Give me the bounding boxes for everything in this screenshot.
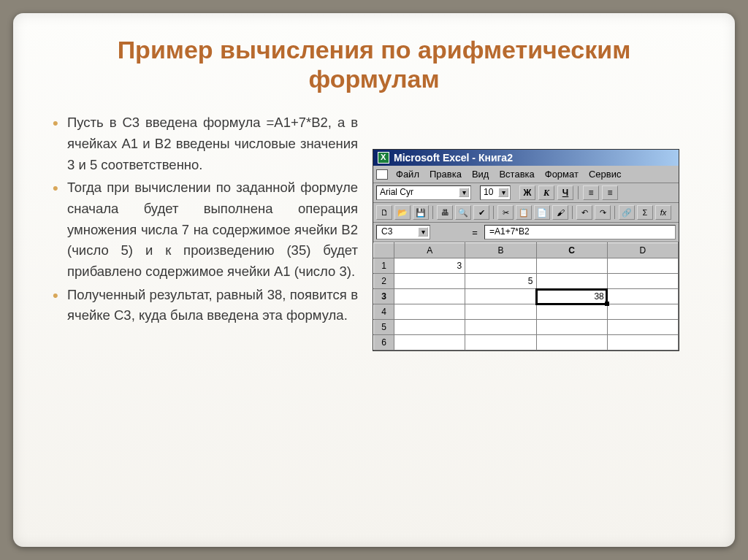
spreadsheet-grid[interactable]: A B C D 1 3 2 — [373, 242, 679, 350]
copy-button[interactable]: 📋 — [516, 205, 532, 220]
cell-C6[interactable] — [536, 335, 607, 350]
cell-D4[interactable] — [607, 304, 678, 320]
cell-B1[interactable] — [465, 258, 536, 274]
image-column: Microsoft Excel - Книга2 Файл Правка Вид… — [373, 112, 697, 351]
separator — [572, 206, 573, 219]
save-button[interactable]: 💾 — [413, 205, 429, 220]
cell-C3[interactable]: 38 — [536, 289, 607, 304]
separator — [493, 206, 494, 219]
col-header-C[interactable]: C — [536, 243, 607, 258]
row-header-5[interactable]: 5 — [374, 320, 394, 335]
cell-C1[interactable] — [536, 258, 607, 274]
undo-button[interactable]: ↶ — [576, 205, 592, 220]
slide-title: Пример вычисления по арифметическим форм… — [51, 35, 697, 93]
cell-D5[interactable] — [607, 320, 678, 335]
content-area: Пусть в C3 введена формула =A1+7*B2, а в… — [51, 112, 697, 351]
cell-B4[interactable] — [465, 304, 536, 320]
underline-button[interactable]: Ч — [557, 185, 573, 200]
menu-view[interactable]: Вид — [468, 168, 493, 180]
cell-D3[interactable] — [607, 289, 678, 304]
italic-button[interactable]: К — [538, 185, 554, 200]
row-header-2[interactable]: 2 — [374, 274, 394, 289]
menu-file[interactable]: Файл — [392, 168, 423, 180]
cell-D2[interactable] — [607, 274, 678, 289]
select-all-corner[interactable] — [374, 243, 394, 258]
cell-B2[interactable]: 5 — [465, 274, 536, 289]
redo-button[interactable]: ↷ — [595, 205, 611, 220]
bullet-item: Пусть в C3 введена формула =A1+7*B2, а в… — [51, 112, 358, 175]
cut-button[interactable]: ✂ — [497, 205, 514, 220]
excel-icon — [378, 152, 389, 164]
bullet-list: Пусть в C3 введена формула =A1+7*B2, а в… — [51, 112, 358, 326]
formula-input[interactable]: =A1+7*B2 — [484, 225, 676, 239]
row-header-3[interactable]: 3 — [374, 289, 394, 304]
excel-standard-toolbar: 🗋 📂 💾 🖶 🔍 ✔ ✂ 📋 📄 🖌 ↶ ↷ 🔗 — [373, 203, 679, 223]
cell-B3[interactable] — [465, 289, 536, 304]
menu-format[interactable]: Формат — [541, 168, 582, 180]
slide: Пример вычисления по арифметическим форм… — [13, 13, 735, 547]
col-header-A[interactable]: A — [394, 243, 465, 258]
bullet-item: Полученный результат, равный 38, появитс… — [51, 285, 358, 326]
cell-D6[interactable] — [607, 335, 678, 350]
separator — [432, 206, 433, 219]
separator — [578, 186, 579, 199]
function-button[interactable]: fx — [655, 205, 671, 220]
document-icon — [376, 169, 388, 180]
cell-B6[interactable] — [465, 335, 536, 350]
name-box[interactable]: C3 — [376, 225, 430, 239]
excel-menubar: Файл Правка Вид Вставка Формат Сервис — [373, 166, 679, 183]
paste-button[interactable]: 📄 — [534, 205, 550, 220]
cell-B5[interactable] — [465, 320, 536, 335]
row-header-4[interactable]: 4 — [374, 304, 394, 320]
cell-A2[interactable] — [394, 274, 465, 289]
separator — [614, 206, 615, 219]
bold-button[interactable]: Ж — [519, 185, 535, 200]
autosum-button[interactable]: Σ — [637, 205, 653, 220]
row-header-1[interactable]: 1 — [374, 258, 394, 274]
row-header-6[interactable]: 6 — [374, 335, 394, 350]
excel-titlebar: Microsoft Excel - Книга2 — [373, 150, 679, 166]
menu-tools[interactable]: Сервис — [585, 168, 625, 180]
excel-window: Microsoft Excel - Книга2 Файл Правка Вид… — [373, 149, 679, 351]
hyperlink-button[interactable]: 🔗 — [619, 205, 635, 220]
cell-C4[interactable] — [536, 304, 607, 320]
cell-C2[interactable] — [536, 274, 607, 289]
bullet-item: Тогда при вычислении по заданной формуле… — [51, 177, 358, 282]
font-select[interactable]: Arial Cyr — [376, 185, 471, 200]
open-button[interactable]: 📂 — [394, 205, 411, 220]
excel-formula-bar: C3 = =A1+7*B2 — [373, 223, 679, 242]
format-painter-button[interactable]: 🖌 — [552, 205, 568, 220]
col-header-B[interactable]: B — [465, 243, 536, 258]
cell-A6[interactable] — [394, 335, 465, 350]
cell-D1[interactable] — [607, 258, 678, 274]
spellcheck-button[interactable]: ✔ — [473, 205, 489, 220]
align-center-button[interactable]: ≡ — [602, 185, 618, 200]
fontsize-select[interactable]: 10 — [480, 185, 511, 200]
cell-A3[interactable] — [394, 289, 465, 304]
equals-label: = — [468, 227, 481, 238]
preview-button[interactable]: 🔍 — [455, 205, 471, 220]
cell-A1[interactable]: 3 — [394, 258, 465, 274]
print-button[interactable]: 🖶 — [437, 205, 453, 220]
excel-format-toolbar: Arial Cyr 10 Ж К Ч ≡ ≡ — [373, 183, 679, 203]
excel-title: Microsoft Excel - Книга2 — [394, 152, 513, 164]
align-left-button[interactable]: ≡ — [583, 185, 599, 200]
new-button[interactable]: 🗋 — [376, 205, 392, 220]
cell-A4[interactable] — [394, 304, 465, 320]
menu-insert[interactable]: Вставка — [495, 168, 538, 180]
text-column: Пусть в C3 введена формула =A1+7*B2, а в… — [51, 112, 358, 351]
col-header-D[interactable]: D — [607, 243, 678, 258]
cell-A5[interactable] — [394, 320, 465, 335]
menu-edit[interactable]: Правка — [426, 168, 465, 180]
cell-C5[interactable] — [536, 320, 607, 335]
